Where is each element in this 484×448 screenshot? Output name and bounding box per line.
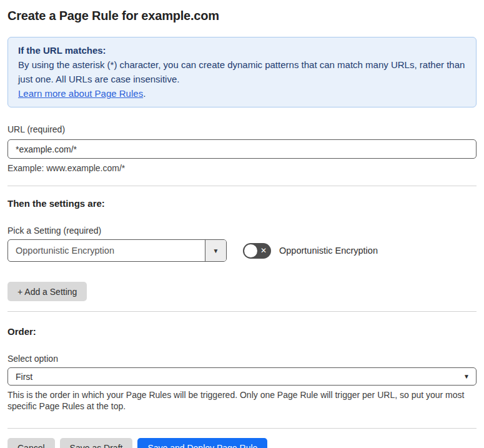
page-title: Create a Page Rule for example.com	[7, 0, 477, 23]
info-box-body: By using the asterisk (*) character, you…	[18, 57, 466, 86]
url-input[interactable]	[7, 139, 477, 159]
toggle-off-x-icon: ✕	[260, 247, 267, 254]
cancel-button[interactable]: Cancel	[7, 438, 55, 448]
divider	[7, 311, 477, 312]
order-select[interactable]: First ▼	[7, 367, 477, 386]
learn-more-link[interactable]: Learn more about Page Rules	[18, 88, 143, 99]
setting-dropdown-value: Opportunistic Encryption	[8, 240, 205, 261]
settings-section-heading: Then the settings are:	[7, 198, 477, 209]
save-and-deploy-button[interactable]: Save and Deploy Page Rule	[137, 438, 267, 448]
url-example-helper: Example: www.example.com/*	[7, 163, 477, 174]
divider	[7, 428, 477, 429]
link-suffix: .	[143, 88, 146, 99]
setting-dropdown-button[interactable]: ▼	[205, 240, 226, 261]
order-section-heading: Order:	[7, 326, 477, 337]
toggle-knob	[244, 244, 257, 257]
divider	[7, 186, 477, 186]
footer-actions: Cancel Save as Draft Save and Deploy Pag…	[7, 438, 477, 448]
url-matches-info-box: If the URL matches: By using the asteris…	[7, 37, 477, 107]
order-select-value: First	[16, 372, 463, 382]
pick-setting-label: Pick a Setting (required)	[7, 226, 477, 236]
chevron-down-icon: ▼	[213, 247, 219, 254]
toggle-label: Opportunistic Encryption	[279, 246, 378, 256]
order-helper-text: This is the order in which your Page Rul…	[7, 390, 477, 412]
info-box-body-text: By using the asterisk (*) character, you…	[18, 59, 465, 84]
info-box-link-line: Learn more about Page Rules.	[18, 86, 466, 101]
opportunistic-encryption-toggle[interactable]: ✕	[243, 243, 271, 259]
save-as-draft-button[interactable]: Save as Draft	[60, 438, 133, 448]
url-field-label: URL (required)	[7, 124, 477, 134]
add-setting-button[interactable]: + Add a Setting	[7, 282, 87, 301]
create-page-rule-form: Create a Page Rule for example.com If th…	[0, 0, 484, 448]
setting-dropdown[interactable]: Opportunistic Encryption ▼	[7, 239, 227, 262]
chevron-down-icon: ▼	[463, 373, 470, 380]
setting-row: Opportunistic Encryption ▼ ✕ Opportunist…	[7, 239, 477, 262]
info-box-heading: If the URL matches:	[18, 43, 466, 57]
order-select-label: Select option	[7, 354, 477, 364]
